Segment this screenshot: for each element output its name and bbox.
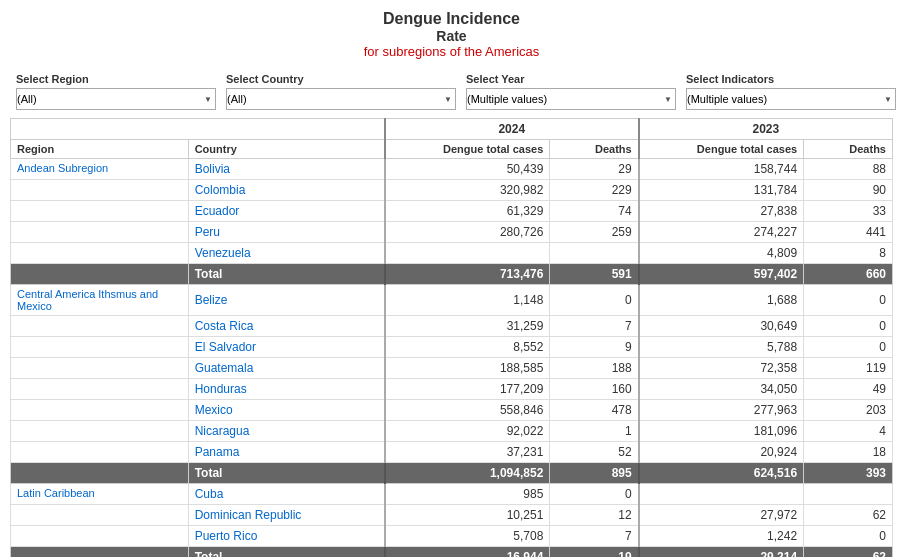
- cases-2023-cell: 27,838: [639, 201, 804, 222]
- col-country: Country: [188, 140, 385, 159]
- total-cases-2023: 29,214: [639, 547, 804, 558]
- total-cases-2023: 624,516: [639, 463, 804, 484]
- region-cell: [11, 337, 189, 358]
- total-cases-2024: 16,944: [385, 547, 550, 558]
- table-row: Venezuela 4,809 8: [11, 243, 893, 264]
- indicators-select[interactable]: (Multiple values): [686, 88, 896, 110]
- table-total-row: Total 16,944 19 29,214 62: [11, 547, 893, 558]
- country-select[interactable]: (All): [226, 88, 456, 110]
- cases-2023-cell: 274,227: [639, 222, 804, 243]
- filters-bar: Select Region (All) Select Country (All)…: [0, 65, 903, 118]
- cases-2024-cell: 5,708: [385, 526, 550, 547]
- year-select[interactable]: (Multiple values): [466, 88, 676, 110]
- cases-2024-cell: [385, 243, 550, 264]
- total-cases-2023: 597,402: [639, 264, 804, 285]
- col-deaths-2024: Deaths: [550, 140, 639, 159]
- deaths-2023-cell: 88: [804, 159, 893, 180]
- region-cell: [11, 400, 189, 421]
- country-cell: Guatemala: [188, 358, 385, 379]
- region-cell: [11, 421, 189, 442]
- table-row: Panama 37,231 52 20,924 18: [11, 442, 893, 463]
- country-cell: Bolivia: [188, 159, 385, 180]
- col-deaths-2023: Deaths: [804, 140, 893, 159]
- deaths-2024-cell: 0: [550, 285, 639, 316]
- deaths-2024-cell: [550, 243, 639, 264]
- cases-2023-cell: 131,784: [639, 180, 804, 201]
- total-deaths-2024: 19: [550, 547, 639, 558]
- data-table: 2024 2023 Region Country Dengue total ca…: [10, 118, 893, 557]
- cases-2024-cell: 985: [385, 484, 550, 505]
- indicators-label: Select Indicators: [686, 73, 896, 85]
- country-cell: Panama: [188, 442, 385, 463]
- deaths-2024-cell: 1: [550, 421, 639, 442]
- table-row: Honduras 177,209 160 34,050 49: [11, 379, 893, 400]
- table-row: Central America Ithsmus and Mexico Beliz…: [11, 285, 893, 316]
- cases-2023-cell: 5,788: [639, 337, 804, 358]
- region-cell: Central America Ithsmus and Mexico: [11, 285, 189, 316]
- deaths-2024-cell: 188: [550, 358, 639, 379]
- region-cell: [11, 526, 189, 547]
- region-cell: Latin Caribbean: [11, 484, 189, 505]
- region-cell: [11, 201, 189, 222]
- table-body: Andean Subregion Bolivia 50,439 29 158,7…: [11, 159, 893, 558]
- deaths-2023-cell: 203: [804, 400, 893, 421]
- cases-2023-cell: [639, 484, 804, 505]
- cases-2024-cell: 50,439: [385, 159, 550, 180]
- cases-2023-cell: 1,242: [639, 526, 804, 547]
- col-cases-2023: Dengue total cases: [639, 140, 804, 159]
- cases-2024-cell: 8,552: [385, 337, 550, 358]
- country-cell: Ecuador: [188, 201, 385, 222]
- deaths-2024-cell: 9: [550, 337, 639, 358]
- cases-2023-cell: 34,050: [639, 379, 804, 400]
- deaths-2023-cell: 18: [804, 442, 893, 463]
- deaths-2023-cell: 119: [804, 358, 893, 379]
- page-title: Dengue Incidence: [0, 10, 903, 28]
- table-row: Latin Caribbean Cuba 985 0: [11, 484, 893, 505]
- country-cell: Belize: [188, 285, 385, 316]
- cases-2023-cell: 158,744: [639, 159, 804, 180]
- cases-2023-cell: 27,972: [639, 505, 804, 526]
- country-cell: Colombia: [188, 180, 385, 201]
- cases-2024-cell: 280,726: [385, 222, 550, 243]
- cases-2024-cell: 92,022: [385, 421, 550, 442]
- data-table-container: 2024 2023 Region Country Dengue total ca…: [0, 118, 903, 557]
- region-cell: [11, 442, 189, 463]
- deaths-2023-cell: 0: [804, 337, 893, 358]
- total-region-cell: [11, 264, 189, 285]
- table-total-row: Total 713,476 591 597,402 660: [11, 264, 893, 285]
- region-cell: [11, 222, 189, 243]
- deaths-2024-cell: 74: [550, 201, 639, 222]
- table-row: Andean Subregion Bolivia 50,439 29 158,7…: [11, 159, 893, 180]
- year-header-row: 2024 2023: [11, 119, 893, 140]
- deaths-2023-cell: 90: [804, 180, 893, 201]
- country-cell: Nicaragua: [188, 421, 385, 442]
- cases-2024-cell: 558,846: [385, 400, 550, 421]
- year-2023-header: 2023: [639, 119, 893, 140]
- country-cell: Honduras: [188, 379, 385, 400]
- total-deaths-2023: 393: [804, 463, 893, 484]
- country-label: Select Country: [226, 73, 456, 85]
- filter-region: Select Region (All): [16, 73, 216, 110]
- total-cases-2024: 1,094,852: [385, 463, 550, 484]
- region-cell: Andean Subregion: [11, 159, 189, 180]
- total-deaths-2023: 660: [804, 264, 893, 285]
- cases-2023-cell: 72,358: [639, 358, 804, 379]
- total-cases-2024: 713,476: [385, 264, 550, 285]
- deaths-2023-cell: 441: [804, 222, 893, 243]
- country-cell: Peru: [188, 222, 385, 243]
- region-cell: [11, 505, 189, 526]
- table-row: Mexico 558,846 478 277,963 203: [11, 400, 893, 421]
- region-select[interactable]: (All): [16, 88, 216, 110]
- cases-2023-cell: 277,963: [639, 400, 804, 421]
- col-header-row: Region Country Dengue total cases Deaths…: [11, 140, 893, 159]
- table-row: Guatemala 188,585 188 72,358 119: [11, 358, 893, 379]
- country-cell: Costa Rica: [188, 316, 385, 337]
- region-cell: [11, 379, 189, 400]
- deaths-2023-cell: 33: [804, 201, 893, 222]
- table-row: Colombia 320,982 229 131,784 90: [11, 180, 893, 201]
- total-region-cell: [11, 547, 189, 558]
- country-cell: Dominican Republic: [188, 505, 385, 526]
- total-deaths-2023: 62: [804, 547, 893, 558]
- deaths-2024-cell: 478: [550, 400, 639, 421]
- country-cell: Cuba: [188, 484, 385, 505]
